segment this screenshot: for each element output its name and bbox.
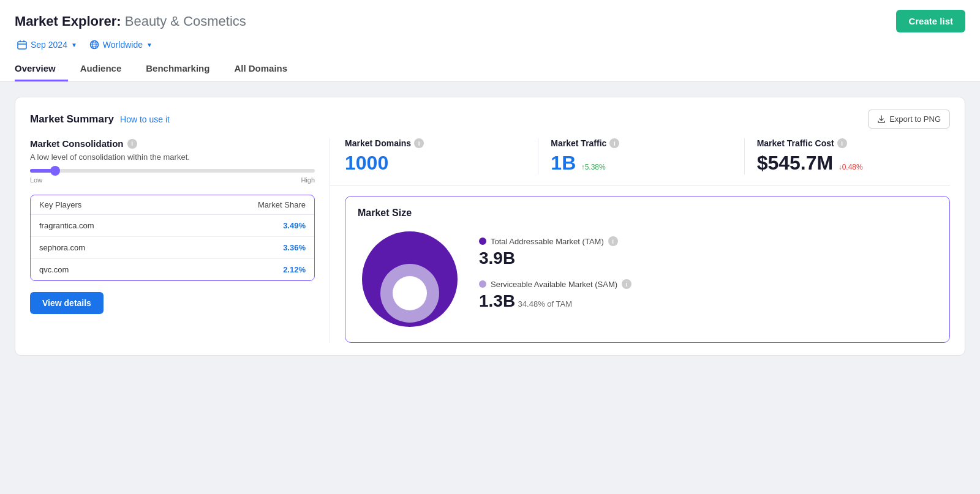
market-traffic-value: 1B [551, 152, 576, 174]
tab-overview[interactable]: Overview [15, 57, 68, 81]
market-traffic-cost-block: Market Traffic Cost i $545.7M ↓0.48% [745, 138, 950, 174]
market-domains-value: 1000 [345, 152, 388, 174]
how-to-use-link[interactable]: How to use it [120, 114, 170, 124]
tam-label: Total Addressable Market (TAM) [491, 237, 604, 246]
market-traffic-info-icon[interactable]: i [609, 138, 619, 148]
svg-point-5 [393, 276, 427, 310]
domain-sephora: sephora.com [39, 243, 85, 252]
market-traffic-cost-label: Market Traffic Cost [757, 138, 834, 148]
market-size-donut [358, 227, 462, 331]
market-traffic-change: ↑5.38% [581, 163, 606, 171]
region-chevron-icon: ▼ [146, 42, 153, 48]
share-qvc: 2.12% [283, 265, 306, 274]
market-size-legend: Total Addressable Market (TAM) i 3.9B [479, 236, 937, 322]
tab-all-domains[interactable]: All Domains [222, 57, 300, 81]
sam-info-icon[interactable]: i [622, 279, 631, 289]
tam-info-icon[interactable]: i [608, 236, 618, 246]
sam-sub: 34.48% of TAM [518, 299, 572, 309]
date-chevron-icon: ▼ [71, 42, 77, 48]
tam-legend-item: Total Addressable Market (TAM) i 3.9B [479, 236, 937, 268]
table-row: sephora.com 3.36% [31, 237, 314, 259]
table-row: fragrantica.com 3.49% [31, 215, 314, 237]
calendar-icon [17, 40, 27, 50]
market-traffic-cost-info-icon[interactable]: i [837, 138, 847, 148]
market-share-col-header: Market Share [258, 200, 306, 209]
tab-benchmarking[interactable]: Benchmarking [134, 57, 222, 81]
market-domains-block: Market Domains i 1000 [345, 138, 538, 174]
progress-high-label: High [301, 176, 315, 184]
page-title: Market Explorer: Beauty & Cosmetics [15, 13, 246, 29]
market-traffic-block: Market Traffic i 1B ↑5.38% [538, 138, 744, 174]
export-to-png-button[interactable]: Export to PNG [868, 110, 950, 129]
market-domains-label: Market Domains [345, 138, 411, 148]
tam-dot [479, 238, 486, 245]
globe-icon [89, 40, 99, 50]
tab-audience[interactable]: Audience [68, 57, 134, 81]
market-domains-info-icon[interactable]: i [414, 138, 424, 148]
market-traffic-label: Market Traffic [551, 138, 606, 148]
market-traffic-cost-change: ↓0.48% [839, 163, 863, 171]
create-list-button[interactable]: Create list [896, 10, 965, 32]
market-traffic-cost-value: $545.7M [757, 152, 834, 174]
date-filter-button[interactable]: Sep 2024 ▼ [15, 39, 80, 51]
market-consolidation-info-icon[interactable]: i [127, 139, 137, 149]
view-details-button[interactable]: View details [30, 292, 104, 314]
domain-qvc: qvc.com [39, 265, 69, 274]
market-consolidation-label: Market Consolidation [30, 138, 124, 149]
key-players-col-header: Key Players [39, 200, 81, 209]
sam-value: 1.3B [479, 291, 515, 310]
region-filter-label: Worldwide [103, 40, 143, 50]
region-filter-button[interactable]: Worldwide ▼ [87, 39, 155, 51]
date-filter-label: Sep 2024 [31, 40, 67, 50]
share-fragrantica: 3.49% [283, 221, 306, 230]
market-summary-title: Market Summary [30, 113, 114, 125]
domain-fragrantica: fragrantica.com [39, 221, 94, 230]
export-label: Export to PNG [889, 114, 941, 124]
market-consolidation-description: A low level of consolidation within the … [30, 152, 315, 162]
sam-legend-item: Serviceable Available Market (SAM) i 1.3… [479, 279, 937, 311]
table-row: qvc.com 2.12% [31, 259, 314, 280]
market-size-title: Market Size [358, 208, 937, 219]
share-sephora: 3.36% [283, 243, 306, 252]
key-players-table: Key Players Market Share fragrantica.com… [30, 195, 315, 281]
svg-rect-0 [18, 42, 26, 49]
sam-label: Serviceable Available Market (SAM) [491, 280, 617, 289]
tam-value: 3.9B [479, 249, 515, 268]
progress-low-label: Low [30, 176, 42, 184]
sam-dot [479, 280, 486, 288]
export-icon [877, 115, 886, 124]
